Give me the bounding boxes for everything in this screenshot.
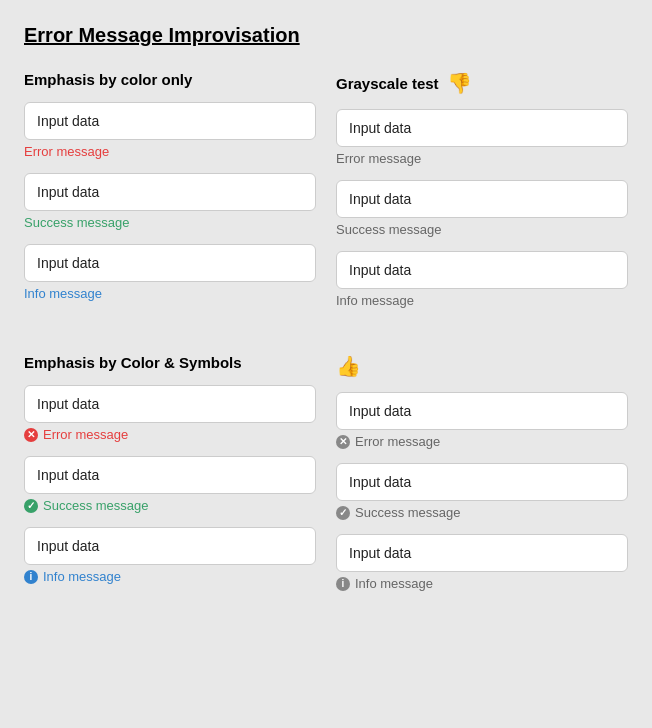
input-success-1[interactable] bbox=[24, 173, 316, 211]
section-color-symbols: Emphasis by Color & Symbols ✕ Error mess… bbox=[24, 354, 316, 605]
error-msg-4: ✕ Error message bbox=[336, 434, 628, 449]
error-msg-2: Error message bbox=[336, 151, 628, 166]
input-success-3[interactable] bbox=[24, 456, 316, 494]
success-icon-4: ✓ bbox=[336, 506, 350, 520]
section1-title: Emphasis by color only bbox=[24, 71, 192, 88]
info-label-4: Info message bbox=[355, 576, 433, 591]
info-msg-4: i Info message bbox=[336, 576, 628, 591]
error-icon-4: ✕ bbox=[336, 435, 350, 449]
section2-title: Grayscale test bbox=[336, 75, 439, 92]
success-icon-3: ✓ bbox=[24, 499, 38, 513]
info-msg-2: Info message bbox=[336, 293, 628, 308]
error-label-3: Error message bbox=[43, 427, 128, 442]
input-success-2[interactable] bbox=[336, 180, 628, 218]
field-group-error-1: Error message bbox=[24, 102, 316, 159]
field-group-info-4: i Info message bbox=[336, 534, 628, 591]
info-label-3: Info message bbox=[43, 569, 121, 584]
field-group-info-3: i Info message bbox=[24, 527, 316, 584]
info-icon-4: i bbox=[336, 577, 350, 591]
success-label-4: Success message bbox=[355, 505, 461, 520]
input-info-4[interactable] bbox=[336, 534, 628, 572]
input-error-3[interactable] bbox=[24, 385, 316, 423]
error-label-4: Error message bbox=[355, 434, 440, 449]
field-group-info-2: Info message bbox=[336, 251, 628, 308]
input-error-2[interactable] bbox=[336, 109, 628, 147]
input-error-4[interactable] bbox=[336, 392, 628, 430]
section3-title: Emphasis by Color & Symbols bbox=[24, 354, 242, 371]
field-group-error-3: ✕ Error message bbox=[24, 385, 316, 442]
input-success-4[interactable] bbox=[336, 463, 628, 501]
field-group-error-2: Error message bbox=[336, 109, 628, 166]
error-icon-3: ✕ bbox=[24, 428, 38, 442]
success-msg-1: Success message bbox=[24, 215, 316, 230]
thumbs-down-icon[interactable]: 👎 bbox=[447, 71, 472, 95]
field-group-success-2: Success message bbox=[336, 180, 628, 237]
section-color-only: Emphasis by color only Error message Suc… bbox=[24, 71, 316, 322]
info-msg-1: Info message bbox=[24, 286, 316, 301]
success-msg-4: ✓ Success message bbox=[336, 505, 628, 520]
field-group-info-1: Info message bbox=[24, 244, 316, 301]
success-msg-2: Success message bbox=[336, 222, 628, 237]
success-msg-3: ✓ Success message bbox=[24, 498, 316, 513]
info-icon-3: i bbox=[24, 570, 38, 584]
thumbs-up-icon[interactable]: 👍 bbox=[336, 354, 361, 378]
input-error-1[interactable] bbox=[24, 102, 316, 140]
field-group-success-4: ✓ Success message bbox=[336, 463, 628, 520]
input-info-2[interactable] bbox=[336, 251, 628, 289]
field-group-error-4: ✕ Error message bbox=[336, 392, 628, 449]
section-grayscale-symbols: 👍 ✕ Error message ✓ Success message i In… bbox=[336, 354, 628, 605]
success-label-3: Success message bbox=[43, 498, 149, 513]
page-title: Error Message Improvisation bbox=[24, 24, 628, 47]
error-msg-3: ✕ Error message bbox=[24, 427, 316, 442]
section-grayscale: Grayscale test 👎 Error message Success m… bbox=[336, 71, 628, 322]
input-info-1[interactable] bbox=[24, 244, 316, 282]
input-info-3[interactable] bbox=[24, 527, 316, 565]
error-msg-1: Error message bbox=[24, 144, 316, 159]
info-msg-3: i Info message bbox=[24, 569, 316, 584]
field-group-success-1: Success message bbox=[24, 173, 316, 230]
field-group-success-3: ✓ Success message bbox=[24, 456, 316, 513]
